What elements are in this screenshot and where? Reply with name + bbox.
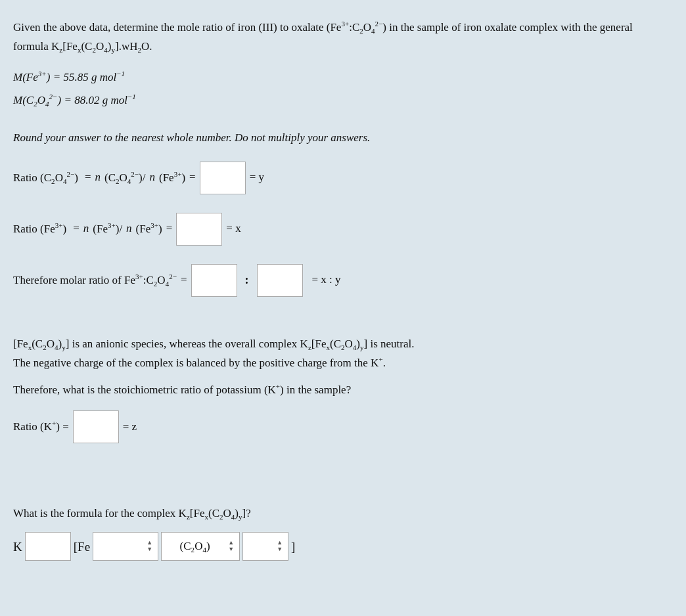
molar-ratio-equals: = xyxy=(181,271,187,288)
ratio-c2o4-fe: (Fe3+) xyxy=(159,169,185,187)
molar-ratio-input1[interactable] xyxy=(191,264,237,297)
formula-k-input[interactable] xyxy=(25,532,71,561)
intro-paragraph: Given the above data, determine the mole… xyxy=(13,18,665,56)
formula-c2o4-spinner-icon[interactable] xyxy=(228,540,234,553)
molar-ratio-input2[interactable] xyxy=(257,264,303,297)
ratio-fe-label: Ratio (Fe3+) xyxy=(13,220,66,238)
ratio-row-c2o4: Ratio (C2O42−) = n(C2O42−)/ n(Fe3+) = = … xyxy=(13,162,665,194)
molar-ratio-row: Therefore molar ratio of Fe3+:C2O42− = :… xyxy=(13,264,665,297)
formula-row: K [Fe (C2O4) ] xyxy=(13,532,665,561)
ratio-k-label: Ratio (K+) = xyxy=(13,418,69,435)
formula-y-select[interactable] xyxy=(242,532,288,561)
ratio-row-fe: Ratio (Fe3+) = n(Fe3+)/ n(Fe3+) = = x xyxy=(13,213,665,246)
ratio-fe-equals1: = xyxy=(73,220,80,237)
round-note: Round your answer to the nearest whole n… xyxy=(13,129,665,146)
ratio-c2o4-n2: n xyxy=(149,169,155,186)
ratio-row-k: Ratio (K+) = = z xyxy=(13,410,665,443)
ratio-c2o4-equals2: = xyxy=(189,169,196,186)
molar-ratio-colon: : xyxy=(245,271,249,290)
formula-fe-select[interactable] xyxy=(93,532,158,561)
ratio-k-result: = z xyxy=(123,418,137,435)
ratio-c2o4-label: Ratio (C2O42−) xyxy=(13,169,78,187)
ratio-k-input[interactable] xyxy=(73,410,119,443)
molar-ratio-result: = x : y xyxy=(312,271,341,288)
stoich-question: Therefore, what is the stoichiometric ra… xyxy=(13,381,665,399)
formula-c2o4-value: (C2O4) xyxy=(164,538,225,556)
ratio-c2o4-equals1: = xyxy=(85,169,91,186)
ratio-c2o4-formula: n xyxy=(95,169,101,186)
formula-c2o4-select[interactable]: (C2O4) xyxy=(161,532,240,561)
formula-question: What is the formula for the complex Kz[F… xyxy=(13,505,665,523)
formula-y-spinner-icon[interactable] xyxy=(277,540,283,553)
anionic-text-block: [Fex(C2O4)y] is an anionic species, wher… xyxy=(13,335,665,372)
ratio-fe-equals2: = xyxy=(166,220,173,237)
ratio-fe-formula: (Fe3+)/ xyxy=(93,220,122,238)
main-page: Given the above data, determine the mole… xyxy=(0,0,686,616)
molar-mass-fe: M(Fe3+) = 55.85 g mol−1 xyxy=(13,68,665,86)
ratio-fe-formula2: (Fe3+) xyxy=(136,220,162,238)
ratio-c2o4-input[interactable] xyxy=(200,162,246,194)
formula-fe-spinner-icon[interactable] xyxy=(147,540,152,553)
ratio-c2o4-formula2: (C2O42−)/ xyxy=(104,169,146,187)
formula-bracket-close: ] xyxy=(291,537,295,556)
molar-ratio-label: Therefore molar ratio of Fe3+:C2O42− xyxy=(13,271,177,290)
ratio-fe-result: = x xyxy=(226,220,240,237)
ratio-c2o4-result: = y xyxy=(250,169,264,186)
formula-k-label: K xyxy=(13,537,22,556)
ratio-fe-input[interactable] xyxy=(176,213,222,246)
formula-bracket-open: [Fe xyxy=(74,537,90,556)
molar-mass-c2o4: M(C2O42−) = 88.02 g mol−1 xyxy=(13,91,665,110)
ratio-fe-n1: n xyxy=(83,220,89,237)
ratio-fe-n2: n xyxy=(126,220,132,237)
